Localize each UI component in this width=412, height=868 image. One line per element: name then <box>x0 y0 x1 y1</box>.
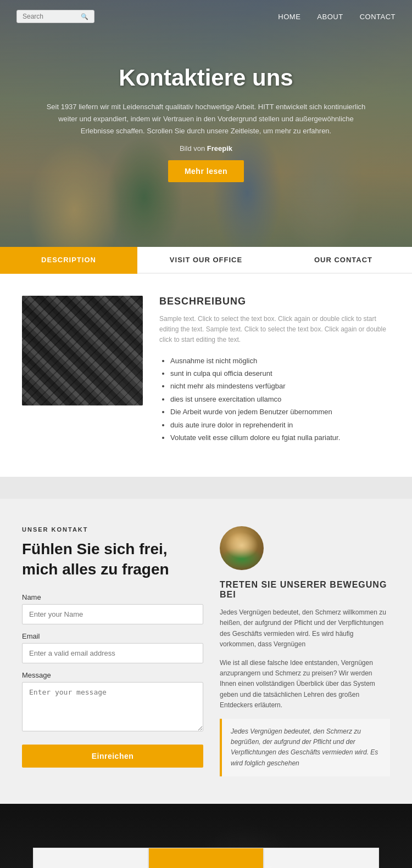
submit-button[interactable]: Einreichen <box>22 745 203 768</box>
quote-box: Jedes Vergnügen bedeutet, den Schmerz zu… <box>220 719 390 776</box>
contact-section: UNSER KONTAKT Fühlen Sie sich frei, mich… <box>0 499 412 803</box>
contact-heading: Fühlen Sie sich frei, mich alles zu frag… <box>22 539 203 579</box>
description-heading: BESCHREIBUNG <box>159 296 390 307</box>
tab-description[interactable]: DESCRIPTION <box>0 247 137 274</box>
description-section: BESCHREIBUNG Sample text. Click to selec… <box>0 274 412 477</box>
movement-title: TRETEN SIE UNSERER BEWEGUNG BEI <box>220 580 390 600</box>
email-input[interactable] <box>22 643 203 663</box>
hero-button[interactable]: Mehr lesen <box>168 160 244 182</box>
description-image <box>22 296 143 405</box>
search-input[interactable] <box>23 13 77 20</box>
bullet-list: Ausnahme ist nicht möglich sunt in culpa… <box>159 354 390 444</box>
navigation: 🔍 HOME ABOUT CONTACT <box>0 0 412 33</box>
list-item: sunt in culpa qui officia deserunt <box>170 367 390 380</box>
list-item: Die Arbeit wurde von jedem Benutzer über… <box>170 405 390 418</box>
tab-our-contact[interactable]: OUR CONTACT <box>275 247 412 274</box>
movement-text-2: Wie ist all diese falsche Idee entstande… <box>220 658 390 711</box>
contact-info-panel: TRETEN SIE UNSERER BEWEGUNG BEI Jedes Ve… <box>220 526 390 776</box>
description-content: BESCHREIBUNG Sample text. Click to selec… <box>159 296 390 444</box>
contact-tag: UNSER KONTAKT <box>22 526 203 533</box>
name-label: Name <box>22 593 203 601</box>
search-icon: 🔍 <box>81 13 88 20</box>
quote-text: Jedes Vergnügen bedeutet, den Schmerz zu… <box>231 726 381 769</box>
name-input[interactable] <box>22 604 203 624</box>
nav-contact[interactable]: CONTACT <box>360 13 396 21</box>
tab-visit-office[interactable]: VISIT OUR OFFICE <box>137 247 275 274</box>
gray-divider <box>0 477 412 499</box>
hero-description: Seit 1937 liefern wir mit Leidenschaft q… <box>44 101 368 137</box>
list-item: dies ist unsere exercitation ullamco <box>170 393 390 405</box>
nav-about[interactable]: ABOUT <box>317 13 343 21</box>
email-label: Email <box>22 632 203 640</box>
footer-dark: 📍 ADRESSE 27 13 Lowe Haven 📱 TELEFON +11… <box>0 804 412 868</box>
hero-content: Kontaktiere uns Seit 1937 liefern wir mi… <box>0 65 412 182</box>
list-item: Volutate velit esse cillum dolore eu fgi… <box>170 431 390 444</box>
footer-card-email: 📄 EMAIL business@info.com <box>264 848 379 868</box>
message-label: Message <box>22 671 203 679</box>
footer-card-address: 📍 ADRESSE 27 13 Lowe Haven <box>33 848 148 868</box>
footer-cards: 📍 ADRESSE 27 13 Lowe Haven 📱 TELEFON +11… <box>0 837 412 868</box>
nav-home[interactable]: HOME <box>278 13 300 21</box>
hero-credit: Bild von Freepik <box>44 143 368 155</box>
name-field-group: Name <box>22 593 203 624</box>
worker-avatar <box>220 526 264 570</box>
footer-card-phone: 📱 TELEFON +111 343 43 43 <box>148 848 264 868</box>
list-item: nicht mehr als mindestens verfügbar <box>170 380 390 392</box>
email-field-group: Email <box>22 632 203 663</box>
message-input[interactable] <box>22 682 203 731</box>
message-field-group: Message <box>22 671 203 734</box>
list-item: Ausnahme ist nicht möglich <box>170 354 390 367</box>
description-sample-text: Sample text. Click to select the text bo… <box>159 314 390 346</box>
movement-text-1: Jedes Vergnügen bedeutet, den Schmerz wi… <box>220 607 390 650</box>
nav-links: HOME ABOUT CONTACT <box>278 13 396 21</box>
tabs-section: DESCRIPTION VISIT OUR OFFICE OUR CONTACT… <box>0 247 412 477</box>
search-box[interactable]: 🔍 <box>16 10 94 23</box>
contact-form-container: UNSER KONTAKT Fühlen Sie sich frei, mich… <box>22 526 203 776</box>
hero-title: Kontaktiere uns <box>44 65 368 91</box>
tabs: DESCRIPTION VISIT OUR OFFICE OUR CONTACT <box>0 247 412 274</box>
list-item: duis aute irure dolor in reprehenderit i… <box>170 419 390 431</box>
